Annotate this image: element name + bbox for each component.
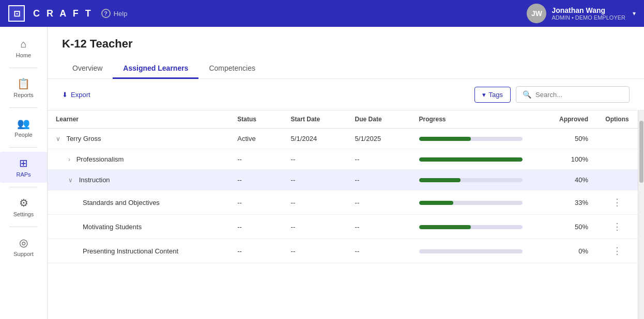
help-icon: ? (101, 9, 111, 18)
learners-table: Learner Status Start Date Due Date Progr… (48, 110, 638, 263)
chevron-down-icon: ▾ (633, 10, 636, 17)
learner-cell: › Professionalism (48, 149, 229, 170)
filter-icon: ▾ (482, 91, 486, 99)
start-date-cell: -- (283, 190, 347, 215)
sidebar-item-reports[interactable]: 📋 Reports (0, 72, 47, 103)
sidebar: ⌂ Home 📋 Reports 👥 People ⊞ RAPs ⚙ Setti… (0, 27, 48, 319)
table-row: Standards and Objectives -- -- -- 33% ⋮ (48, 190, 638, 215)
col-status: Status (229, 110, 282, 129)
search-icon: 🔍 (523, 90, 531, 99)
options-dots[interactable]: ⋮ (612, 197, 622, 208)
user-role: ADMIN • DEMO EMPLOYER (551, 14, 625, 21)
progress-cell (411, 170, 550, 190)
scrollbar-thumb (639, 121, 643, 183)
start-date-cell: -- (283, 170, 347, 190)
expand-button[interactable]: ∨ (56, 135, 60, 142)
approved-cell: 50% (549, 215, 596, 239)
col-options: Options (596, 110, 638, 129)
sidebar-item-home[interactable]: ⌂ Home (0, 33, 47, 63)
tab-assigned-learners[interactable]: Assigned Learners (113, 59, 198, 79)
col-approved: Approved (549, 110, 596, 129)
due-date-cell: -- (347, 190, 411, 215)
sidebar-divider-5 (9, 227, 38, 227)
learner-name: Presenting Instructional Content (83, 247, 178, 255)
due-date-cell: -- (347, 149, 411, 170)
status-cell: -- (229, 149, 282, 170)
table-row: Motivating Students -- -- -- 50% ⋮ (48, 215, 638, 239)
search-box: 🔍 (516, 86, 630, 103)
sidebar-item-settings[interactable]: ⚙ Settings (0, 192, 47, 222)
progress-bar (419, 137, 523, 141)
progress-cell (411, 190, 550, 215)
sidebar-item-people[interactable]: 👥 People (0, 112, 47, 143)
due-date-cell: -- (347, 239, 411, 263)
progress-cell (411, 215, 550, 239)
options-cell (596, 170, 638, 190)
page-header: K-12 Teacher Overview Assigned Learners … (48, 27, 644, 79)
main-layout: ⌂ Home 📋 Reports 👥 People ⊞ RAPs ⚙ Setti… (0, 27, 644, 319)
start-date-cell: -- (283, 215, 347, 239)
settings-icon: ⚙ (19, 197, 28, 209)
status-cell: -- (229, 239, 282, 263)
options-dots[interactable]: ⋮ (612, 246, 622, 256)
approved-cell: 0% (549, 239, 596, 263)
tags-label: Tags (489, 91, 503, 99)
learner-name: Professionalism (76, 155, 124, 163)
options-cell: ⋮ (596, 215, 638, 239)
sidebar-item-support[interactable]: ◎ Support (0, 231, 47, 262)
approved-cell: 50% (549, 129, 596, 149)
people-icon: 👥 (17, 117, 30, 130)
options-cell (596, 149, 638, 170)
table-row: ∨ Terry Gross Active 5/1/2024 5/1/2025 5… (48, 129, 638, 149)
learner-cell: ∨ Instruction (48, 170, 229, 190)
export-button[interactable]: ⬇ Export (62, 91, 90, 99)
start-date-cell: 5/1/2024 (283, 129, 347, 149)
learner-name: Motivating Students (83, 223, 142, 231)
tags-button[interactable]: ▾ Tags (474, 87, 511, 103)
logo-box: ⊡ (8, 5, 25, 22)
tab-competencies[interactable]: Competencies (198, 59, 266, 79)
options-cell: ⋮ (596, 190, 638, 215)
table-row: ∨ Instruction -- -- -- 40% (48, 170, 638, 190)
export-label: Export (71, 91, 90, 99)
sidebar-divider-2 (9, 107, 38, 108)
help-button[interactable]: ? Help (101, 9, 128, 18)
sidebar-item-raps[interactable]: ⊞ RAPs (0, 152, 47, 183)
toolbar-right: ▾ Tags 🔍 (474, 86, 630, 103)
col-progress: Progress (411, 110, 550, 129)
approved-cell: 100% (549, 149, 596, 170)
start-date-cell: -- (283, 239, 347, 263)
sidebar-divider-3 (9, 147, 38, 148)
help-label: Help (114, 10, 128, 18)
home-icon: ⌂ (20, 38, 26, 50)
logo-icon: ⊡ (13, 9, 20, 19)
expand-button[interactable]: ∨ (68, 177, 73, 184)
tab-overview[interactable]: Overview (62, 59, 113, 79)
export-icon: ⬇ (62, 91, 68, 99)
sidebar-divider-4 (9, 187, 38, 187)
user-info: Jonathan Wang ADMIN • DEMO EMPLOYER (551, 6, 625, 21)
progress-bar (419, 249, 523, 253)
progress-bar (419, 201, 523, 205)
status-cell: Active (229, 129, 282, 149)
sidebar-item-settings-label: Settings (13, 211, 34, 217)
status-cell: -- (229, 170, 282, 190)
status-cell: -- (229, 190, 282, 215)
options-dots[interactable]: ⋮ (612, 221, 622, 232)
user-menu[interactable]: JW Jonathan Wang ADMIN • DEMO EMPLOYER ▾ (527, 4, 636, 23)
toolbar: ⬇ Export ▾ Tags 🔍 (48, 79, 644, 110)
progress-cell (411, 129, 550, 149)
avatar: JW (527, 4, 546, 23)
header-left: ⊡ C R A F T ? Help (8, 5, 127, 22)
user-name: Jonathan Wang (551, 6, 625, 14)
learner-cell: Standards and Objectives (48, 190, 229, 215)
expand-button[interactable]: › (68, 156, 70, 163)
learner-cell: ∨ Terry Gross (48, 129, 229, 149)
sidebar-item-people-label: People (14, 132, 32, 138)
approved-cell: 40% (549, 170, 596, 190)
table-header-row: Learner Status Start Date Due Date Progr… (48, 110, 638, 129)
tabs: Overview Assigned Learners Competencies (62, 59, 630, 78)
search-input[interactable] (535, 91, 623, 99)
sidebar-item-home-label: Home (16, 52, 31, 58)
scrollbar[interactable] (638, 110, 644, 319)
